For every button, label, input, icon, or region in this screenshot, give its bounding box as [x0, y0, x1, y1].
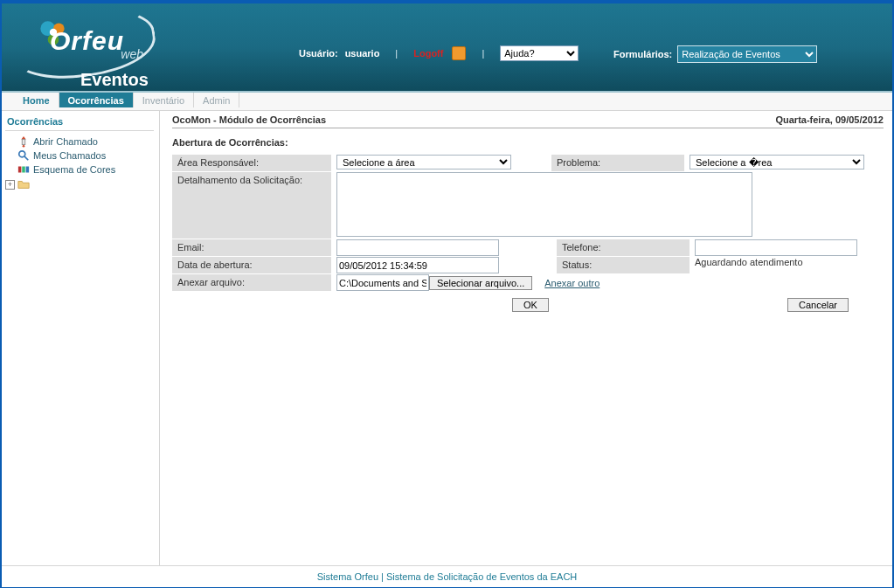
label-detalhamento: Detalhamento da Solicitação:	[172, 172, 331, 239]
file-path-input[interactable]	[336, 274, 429, 291]
plus-icon: +	[5, 180, 15, 190]
footer-right: Sistema de Solicitação de Eventos da EAC…	[386, 571, 577, 582]
problema-select[interactable]: Selecione a �rea	[690, 155, 864, 169]
logo-sub-text: web	[121, 47, 143, 61]
sidebar-item-esquema-cores[interactable]: Esquema de Cores	[5, 163, 154, 176]
data-abertura-input[interactable]	[336, 257, 499, 273]
svg-rect-4	[22, 139, 25, 144]
label-anexar: Anexar arquivo:	[172, 274, 331, 291]
sidebar-item-label: Abrir Chamado	[33, 136, 98, 147]
svg-rect-9	[22, 167, 25, 173]
formularios-select[interactable]: Realização de Eventos	[677, 45, 817, 63]
browse-button[interactable]: Selecionar arquivo...	[429, 276, 532, 290]
ok-button[interactable]: OK	[512, 298, 549, 312]
user-value: usuario	[345, 48, 380, 59]
formularios-label: Formulários:	[613, 49, 672, 59]
section-title: Abertura de Ocorrências:	[172, 137, 884, 148]
tab-ocorrencias[interactable]: Ocorrências	[59, 93, 134, 107]
sidebar-item-label: Meus Chamados	[33, 150, 106, 161]
logo-module-text: Eventos	[80, 70, 149, 90]
detalhamento-textarea[interactable]	[336, 172, 752, 237]
anexar-outro-link[interactable]: Anexar outro	[532, 278, 599, 288]
label-problema: Problema:	[551, 155, 684, 171]
logoff-link[interactable]: Logoff	[413, 48, 443, 59]
sidebar-item-meus-chamados[interactable]: Meus Chamados	[5, 149, 154, 163]
palette-icon	[17, 163, 30, 176]
cancel-button[interactable]: Cancelar	[787, 298, 849, 312]
email-input[interactable]	[336, 239, 499, 256]
user-label: Usuário:	[299, 48, 338, 59]
tab-home[interactable]: Home	[14, 93, 59, 107]
tab-admin[interactable]: Admin	[194, 93, 239, 107]
sidebar-item-label: Esquema de Cores	[33, 164, 115, 175]
svg-rect-8	[18, 167, 22, 173]
footer: Sistema Orfeu | Sistema de Solicitação d…	[2, 565, 892, 587]
sidebar-item-abrir-chamado[interactable]: Abrir Chamado	[5, 135, 154, 149]
sidebar-folder-toggle[interactable]: +	[5, 176, 154, 190]
label-telefone: Telefone:	[557, 239, 690, 256]
logo-main-text: Orfeu	[50, 26, 124, 55]
status-value: Aguardando atendimento	[695, 257, 803, 267]
logoff-icon[interactable]	[452, 46, 466, 60]
svg-point-6	[19, 151, 25, 157]
svg-line-7	[24, 156, 28, 160]
svg-rect-10	[26, 167, 30, 173]
tab-inventario[interactable]: Inventário	[134, 93, 194, 107]
page-date: Quarta-feira, 09/05/2012	[775, 114, 884, 125]
label-area: Área Responsável:	[172, 155, 331, 171]
telefone-input[interactable]	[695, 239, 857, 256]
ticket-icon	[17, 135, 30, 148]
folder-icon	[17, 178, 30, 190]
label-email: Email:	[172, 239, 331, 256]
search-icon	[17, 149, 30, 162]
footer-left: Sistema Orfeu	[317, 571, 378, 582]
label-data-abertura: Data de abertura:	[172, 257, 331, 273]
svg-point-5	[23, 145, 25, 148]
label-status: Status:	[557, 257, 690, 273]
help-select[interactable]: Ajuda?	[500, 45, 579, 61]
area-select[interactable]: Selecione a área	[336, 155, 511, 169]
module-title: OcoMon - Módulo de Ocorrências	[172, 114, 326, 125]
sidebar-title: Ocorrências	[5, 114, 154, 131]
